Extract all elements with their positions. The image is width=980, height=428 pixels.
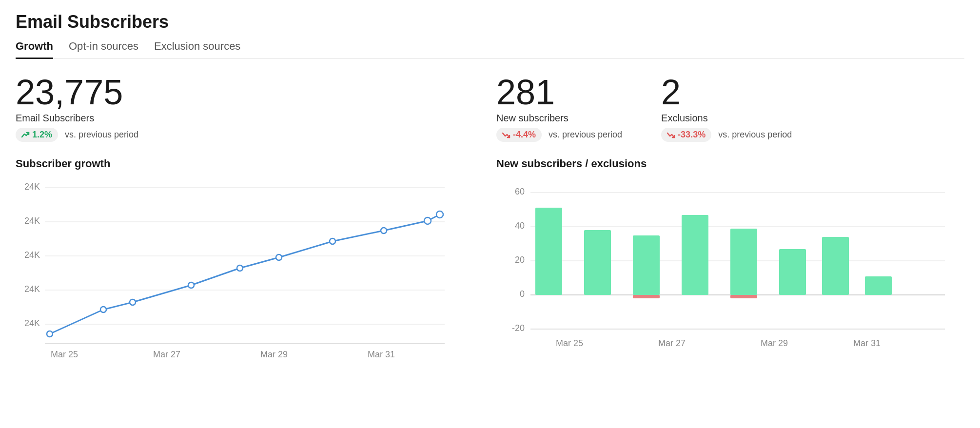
svg-rect-42 [779,249,806,295]
left-stat-row: 23,775 Email Subscribers 1.2% vs. previo… [16,75,473,142]
excl-vs: vs. previous period [718,130,792,140]
svg-point-18 [381,228,387,233]
svg-point-20 [436,211,443,218]
svg-text:24K: 24K [24,182,40,192]
svg-text:Mar 29: Mar 29 [260,350,288,359]
new-subscribers-stat: 281 New subscribers -4.4% vs. previous p… [496,75,622,142]
svg-point-17 [330,238,335,244]
left-panel: 23,775 Email Subscribers 1.2% vs. previo… [16,75,473,365]
main-stat-badge: 1.2% [16,128,58,142]
bar-chart: 60 40 20 0 -20 [496,178,964,365]
svg-point-11 [47,331,53,337]
main-stat-label: Email Subscribers [16,113,138,124]
svg-rect-38 [633,295,660,298]
svg-rect-44 [865,276,892,295]
left-chart-title: Subscriber growth [16,157,473,170]
svg-text:Mar 27: Mar 27 [153,350,180,359]
svg-text:Mar 25: Mar 25 [556,338,583,348]
trend-up-icon [21,131,29,139]
svg-rect-43 [822,237,849,295]
right-panel: 281 New subscribers -4.4% vs. previous p… [496,75,964,365]
svg-text:60: 60 [515,187,525,196]
excl-badge-value: -33.3% [678,130,706,140]
svg-text:40: 40 [515,221,525,231]
svg-text:24K: 24K [24,250,40,260]
main-vs-text: vs. previous period [65,130,138,140]
new-sub-label: New subscribers [496,113,622,124]
tab-optin[interactable]: Opt-in sources [69,40,138,59]
svg-point-14 [188,282,194,288]
svg-rect-37 [633,235,660,295]
svg-point-15 [237,265,243,271]
right-chart-title: New subscribers / exclusions [496,157,964,170]
new-sub-badge: -4.4% [496,128,542,142]
svg-text:-20: -20 [512,323,525,333]
svg-rect-35 [535,208,562,295]
trend-down-icon-2 [667,131,675,139]
excl-badge: -33.3% [661,128,711,142]
svg-text:0: 0 [520,289,525,299]
tab-bar: Growth Opt-in sources Exclusion sources [16,40,964,59]
svg-text:24K: 24K [24,284,40,294]
excl-label: Exclusions [661,113,792,124]
svg-point-19 [424,217,431,224]
trend-down-icon-1 [502,131,510,139]
svg-rect-41 [730,295,757,298]
new-sub-value: 281 [496,75,622,110]
main-stat-block: 23,775 Email Subscribers 1.2% vs. previo… [16,75,138,142]
svg-text:24K: 24K [24,216,40,226]
page-title: Email Subscribers [16,12,964,32]
main-stat-value: 23,775 [16,75,138,110]
subscriber-growth-chart: 24K 24K 24K 24K 24K Ma [16,178,473,365]
svg-text:20: 20 [515,255,525,265]
content-grid: 23,775 Email Subscribers 1.2% vs. previo… [16,75,964,365]
tab-growth[interactable]: Growth [16,40,53,59]
svg-text:24K: 24K [24,318,40,328]
svg-text:Mar 25: Mar 25 [51,350,78,359]
svg-rect-36 [584,230,611,295]
excl-value: 2 [661,75,792,110]
tab-exclusion[interactable]: Exclusion sources [154,40,240,59]
new-sub-badge-value: -4.4% [513,130,536,140]
right-stats-row: 281 New subscribers -4.4% vs. previous p… [496,75,964,142]
svg-text:Mar 31: Mar 31 [853,338,881,348]
svg-point-13 [130,299,136,305]
svg-text:Mar 27: Mar 27 [658,338,686,348]
main-badge-value: 1.2% [32,130,52,140]
svg-text:Mar 31: Mar 31 [368,350,395,359]
svg-point-12 [100,307,106,312]
svg-rect-39 [682,215,708,295]
svg-rect-40 [730,229,757,295]
svg-point-16 [276,254,282,260]
svg-text:Mar 29: Mar 29 [761,338,788,348]
exclusions-stat: 2 Exclusions -33.3% vs. previous period [661,75,792,142]
new-sub-vs: vs. previous period [549,130,622,140]
